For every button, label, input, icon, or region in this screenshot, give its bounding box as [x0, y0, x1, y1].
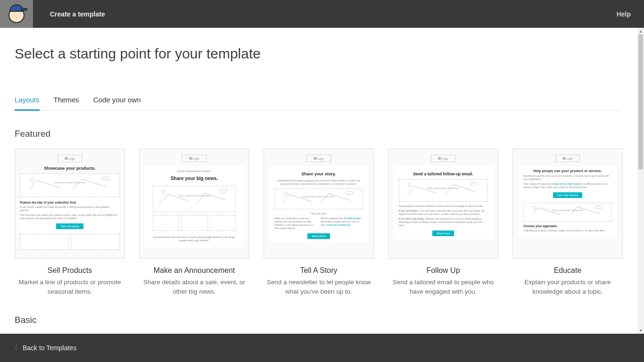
section-featured-heading: Featured — [15, 129, 637, 139]
thumb-cta: Read More — [307, 233, 330, 239]
card-description: Share details about a sale, event, or ot… — [139, 278, 249, 297]
thumb-cta: Shop Now — [432, 230, 454, 236]
card-description: Explain your products or share knowledge… — [512, 278, 623, 297]
logo-placeholder: ▦ Logo — [58, 155, 82, 162]
card-title: Sell Products — [48, 266, 92, 275]
card-description: Send a tailored email to people who have… — [388, 278, 498, 297]
template-thumbnail: ▦ Logo Got an announcement to make? Shar… — [139, 148, 249, 259]
template-thumbnail: ▦ Logo Showcase your products. Drop a ni… — [15, 148, 125, 259]
page-breadcrumb: Create a template — [50, 10, 105, 18]
logo-placeholder: ▦ Logo — [431, 155, 455, 162]
topbar-left: Create a template — [0, 0, 105, 28]
scrollbar[interactable]: ▲ ▼ — [637, 28, 644, 334]
chevron-left-icon: 〈 — [11, 344, 18, 352]
back-label: Back to Templates — [23, 344, 76, 352]
template-thumbnail: ▦ Logo Share your story. Newsletters kee… — [264, 148, 374, 259]
card-title: Follow Up — [426, 266, 460, 275]
tab-bar: Layouts Themes Code your own — [15, 96, 620, 111]
thumb-headline: Showcase your products. — [20, 166, 120, 171]
help-link[interactable]: Help — [617, 10, 631, 18]
card-title: Educate — [554, 266, 582, 275]
section-basic-heading: Basic — [15, 315, 637, 325]
template-card-educate[interactable]: ▦ Logo Help people use your product or s… — [512, 148, 623, 297]
card-title: Make an Announcement — [154, 266, 235, 275]
logo-placeholder: ▦ Logo — [182, 155, 206, 162]
logo-placeholder: ▦ Logo — [306, 155, 331, 162]
scroll-up-icon[interactable]: ▲ — [637, 28, 644, 34]
template-card-sell-products[interactable]: ▦ Logo Showcase your products. Drop a ni… — [15, 148, 125, 297]
card-title: Tell A Story — [300, 266, 337, 275]
template-card-tell-story[interactable]: ▦ Logo Share your story. Newsletters kee… — [264, 148, 374, 297]
page-title: Select a starting point for your templat… — [15, 46, 637, 62]
scrollbar-thumb[interactable] — [638, 34, 643, 169]
topbar: Create a template Help — [0, 0, 644, 28]
bottombar: 〈 Back to Templates — [0, 334, 644, 362]
thumb-cta: Let's Get Started — [553, 192, 583, 198]
back-to-templates-link[interactable]: 〈 Back to Templates — [11, 344, 76, 352]
main-scroll-area: Select a starting point for your templat… — [0, 28, 637, 334]
card-description: Send a newsletter to let people know wha… — [264, 278, 374, 297]
thumb-cta: Start Shopping — [56, 223, 83, 229]
featured-grid: ▦ Logo Showcase your products. Drop a ni… — [15, 148, 623, 297]
card-description: Market a line of products or promote sea… — [15, 278, 125, 297]
template-thumbnail: ▦ Logo Send a tailored follow-up email. … — [388, 148, 498, 259]
scroll-down-icon[interactable]: ▼ — [637, 327, 644, 334]
template-thumbnail: ▦ Logo Help people use your product or s… — [512, 148, 623, 259]
tab-code-your-own[interactable]: Code your own — [93, 96, 141, 110]
app-logo[interactable] — [0, 0, 33, 28]
template-card-follow-up[interactable]: ▦ Logo Send a tailored follow-up email. … — [388, 148, 498, 297]
tab-layouts[interactable]: Layouts — [15, 96, 40, 111]
template-card-make-announcement[interactable]: ▦ Logo Got an announcement to make? Shar… — [139, 148, 249, 297]
mailchimp-logo-icon — [8, 5, 25, 23]
logo-placeholder: ▦ Logo — [555, 155, 580, 162]
tab-themes[interactable]: Themes — [54, 96, 79, 110]
